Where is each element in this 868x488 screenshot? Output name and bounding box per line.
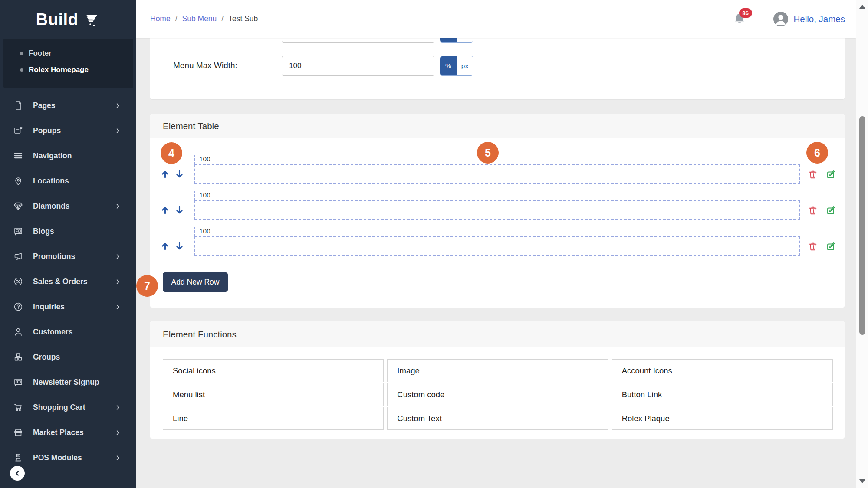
delete-row-button[interactable] [808,205,818,216]
sidebar-item-label: POS Modules [33,453,115,462]
sidebar-collapse-button[interactable] [10,466,25,481]
element-functions-title: Element Functions [163,329,237,340]
row-width-label: 100 [194,155,214,164]
sidebar-item-blogs[interactable]: Blogs [0,219,136,244]
discount-badge-icon [13,276,23,287]
function-cell-rolex-plaque[interactable]: Rolex Plaque [612,407,833,430]
unit-px-option[interactable]: px [457,38,473,42]
breadcrumb-current-page: Test Sub [228,14,258,23]
page-scrollbar [856,0,868,488]
sidebar-item-locations[interactable]: Locations [0,168,136,193]
row-width-label: 100 [194,227,214,236]
move-row-down-button[interactable] [174,205,184,215]
element-table-title: Element Table [163,121,219,131]
row-main: 100 [194,191,800,220]
unit-px-option[interactable]: px [457,56,473,75]
breadcrumb-sub-menu-link[interactable]: Sub Menu [182,14,217,23]
person-icon [13,327,23,337]
sidebar-item-promotions[interactable]: Promotions [0,244,136,269]
menu-max-width-unit-toggle: % px [440,56,473,76]
row-dropzone[interactable] [194,200,800,220]
app-logo[interactable]: Build [0,0,136,39]
sidebar-item-shopping-cart[interactable]: Shopping Cart [0,395,136,420]
sidebar-subitem-footer[interactable]: Footer [3,45,133,62]
scroll-down-arrow-icon[interactable] [859,479,865,483]
function-cell-account-icons[interactable]: Account Icons [612,359,833,382]
blog-icon [13,226,23,236]
scrollbar-thumb[interactable] [859,116,865,335]
move-row-up-button[interactable] [160,205,170,215]
sidebar-item-popups[interactable]: Popups [0,118,136,143]
edit-row-button[interactable] [826,169,836,180]
question-circle-icon [13,301,23,312]
sidebar-item-market-places[interactable]: Market Places [0,420,136,445]
add-new-row-button[interactable]: Add New Row [163,272,228,292]
diamond-icon [13,201,23,211]
menu-max-width-input[interactable] [282,56,434,76]
arrow-down-icon [174,241,184,251]
sidebar-subitem-rolex-homepage[interactable]: Rolex Homepage [3,62,133,78]
move-row-up-button[interactable] [160,169,170,179]
move-row-down-button[interactable] [174,241,184,251]
sidebar-item-label: Popups [33,126,115,135]
sidebar-item-newsletter-signup[interactable]: Newsletter Signup [0,370,136,395]
annotation-badge-4: 4 [161,142,182,164]
sidebar-open-submenu: Footer Rolex Homepage [3,39,133,88]
sidebar-item-label: Shopping Cart [33,403,115,412]
sidebar-item-label: Locations [33,177,121,186]
sidebar-item-sales-orders[interactable]: Sales & Orders [0,269,136,294]
sidebar-item-label: Pages [33,101,115,110]
sidebar-item-inquiries[interactable]: Inquiries [0,294,136,319]
menu-settings-card: % px Menu Max Width: % px [150,38,845,100]
notification-count-badge: 86 [739,8,752,18]
edit-row-button[interactable] [826,241,836,252]
notifications-button[interactable]: 86 [733,12,746,26]
arrow-down-icon [174,205,184,215]
menu-lines-icon [13,151,23,161]
avatar[interactable] [773,12,788,26]
function-cell-line[interactable]: Line [163,407,384,430]
row-reorder-controls [160,236,184,256]
row-dropzone[interactable] [194,164,800,184]
scroll-up-arrow-icon[interactable] [859,5,865,9]
delete-row-button[interactable] [808,241,818,252]
edit-row-button[interactable] [826,205,836,216]
function-cell-image[interactable]: Image [387,359,608,382]
trash-icon [808,169,818,180]
chevron-right-icon [115,304,121,310]
cut-off-input[interactable] [282,38,434,43]
row-actions [808,200,836,220]
sidebar-item-pages[interactable]: Pages [0,93,136,118]
function-cell-button-link[interactable]: Button Link [612,383,833,406]
row-dropzone[interactable] [194,236,800,256]
row-actions [808,236,836,256]
move-row-down-button[interactable] [174,169,184,179]
sidebar-item-navigation[interactable]: Navigation [0,143,136,168]
discount-badge-icon [13,276,23,287]
sidebar-item-label: Promotions [33,252,115,261]
sidebar-item-diamonds[interactable]: Diamonds [0,193,136,219]
function-cell-custom-code[interactable]: Custom code [387,383,608,406]
unit-percent-option[interactable]: % [440,38,457,42]
greeting-user-menu[interactable]: Hello, James [794,14,845,24]
bullet-icon [20,68,23,72]
row-main: 100 [194,155,800,184]
user-icon [773,12,788,26]
sidebar-item-label: Customers [33,328,121,337]
edit-icon [826,205,836,216]
unit-percent-option[interactable]: % [440,56,457,75]
chevron-right-icon [115,102,121,109]
move-row-up-button[interactable] [160,241,170,251]
cut-off-unit-toggle[interactable]: % px [440,38,473,43]
function-cell-menu-list[interactable]: Menu list [163,383,384,406]
element-table-header: Element Table [150,114,845,138]
breadcrumb-home-link[interactable]: Home [150,14,171,23]
sidebar-item-groups[interactable]: Groups [0,344,136,370]
sidebar: Build Footer Rolex Homepage PagesPopupsN… [0,0,136,488]
top-bar: Home / Sub Menu / Test Sub 86 Hello, Jam… [136,0,856,38]
delete-row-button[interactable] [808,169,818,180]
function-cell-custom-text[interactable]: Custom Text [387,407,608,430]
function-cell-social-icons[interactable]: Social icons [163,359,384,382]
sidebar-item-customers[interactable]: Customers [0,319,136,344]
top-bar-right: 86 Hello, James [733,12,845,26]
